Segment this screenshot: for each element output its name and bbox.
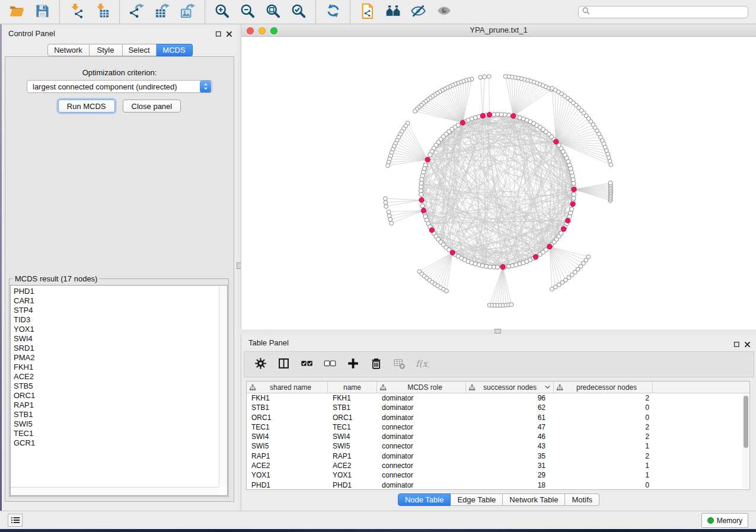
mcds-result-item[interactable]: SWI5 bbox=[11, 419, 219, 429]
export-table-button[interactable] bbox=[149, 0, 175, 24]
import-network-button[interactable] bbox=[64, 0, 90, 24]
table-vscrollbar[interactable] bbox=[742, 394, 749, 489]
graph-node[interactable] bbox=[479, 75, 483, 79]
float-panel-icon[interactable] bbox=[215, 29, 222, 40]
table-row[interactable]: ACE2ACE2connector311 bbox=[247, 461, 749, 470]
table-cell[interactable]: 35 bbox=[466, 451, 554, 461]
graph-hub-node[interactable] bbox=[570, 201, 575, 206]
table-cell[interactable]: 2 bbox=[554, 432, 653, 441]
refresh-network-button[interactable] bbox=[320, 0, 346, 24]
table-cell[interactable]: 2 bbox=[554, 393, 653, 403]
table-vscrollbar-thumb[interactable] bbox=[744, 396, 748, 448]
table-cell[interactable]: 18 bbox=[466, 480, 554, 490]
horizontal-splitter-grip[interactable] bbox=[495, 329, 501, 334]
mcds-result-item[interactable]: ORC1 bbox=[11, 391, 219, 400]
tab-style[interactable]: Style bbox=[90, 44, 123, 56]
add-row-button[interactable] bbox=[346, 358, 359, 371]
table-cell[interactable]: 61 bbox=[466, 413, 554, 422]
import-table-button[interactable] bbox=[90, 0, 115, 24]
table-cell[interactable]: dominator bbox=[377, 451, 466, 461]
hide-graphics-details-button[interactable] bbox=[406, 0, 431, 24]
table-cell[interactable]: STB1 bbox=[247, 403, 328, 412]
tab-node-table[interactable]: Node Table bbox=[398, 493, 451, 506]
network-window-titlebar[interactable]: YPA_prune.txt_1 bbox=[241, 24, 756, 37]
table-cell[interactable]: SWI5 bbox=[328, 441, 377, 451]
graph-node[interactable] bbox=[428, 153, 432, 157]
save-session-button[interactable] bbox=[30, 0, 55, 24]
tab-motifs[interactable]: Motifs bbox=[565, 493, 599, 506]
table-cell[interactable]: dominator bbox=[377, 432, 466, 441]
table-cell[interactable]: 0 bbox=[554, 480, 653, 490]
column-header-MCDS-role[interactable]: MCDS role bbox=[377, 382, 466, 393]
table-cell[interactable]: RAP1 bbox=[328, 451, 377, 461]
close-table-panel-icon[interactable] bbox=[744, 339, 751, 350]
tab-network[interactable]: Network bbox=[47, 44, 90, 56]
graph-hub-node[interactable] bbox=[429, 227, 434, 232]
table-cell[interactable]: connector bbox=[377, 470, 466, 480]
table-cell[interactable]: FKH1 bbox=[247, 393, 328, 403]
table-cell[interactable]: TEC1 bbox=[247, 422, 328, 432]
table-cell[interactable]: 31 bbox=[466, 461, 554, 470]
graph-hub-node[interactable] bbox=[425, 157, 430, 162]
window-zoom-button[interactable] bbox=[270, 27, 277, 34]
table-cell[interactable]: 2 bbox=[554, 451, 653, 461]
tab-network-table[interactable]: Network Table bbox=[503, 493, 565, 506]
zoom-selected-button[interactable] bbox=[286, 0, 311, 24]
search-input[interactable] bbox=[593, 8, 745, 17]
graph-node[interactable] bbox=[559, 231, 563, 235]
graph-node[interactable] bbox=[387, 210, 391, 214]
tab-edge-table[interactable]: Edge Table bbox=[451, 493, 503, 506]
table-row[interactable]: SWI5SWI5connector431 bbox=[247, 441, 749, 451]
graph-node[interactable] bbox=[495, 265, 499, 269]
mcds-result-item[interactable]: PMA2 bbox=[11, 353, 219, 363]
table-row[interactable]: YOX1YOX1connector291 bbox=[247, 470, 749, 480]
table-cell[interactable]: FKH1 bbox=[328, 393, 377, 403]
settings-button[interactable] bbox=[254, 358, 267, 371]
table-cell[interactable]: STB1 bbox=[328, 403, 377, 412]
mcds-result-item[interactable]: STP4 bbox=[11, 306, 219, 315]
table-row[interactable]: PHD1PHD1dominator180 bbox=[247, 480, 749, 490]
table-cell[interactable]: 0 bbox=[554, 413, 653, 422]
graph-node[interactable] bbox=[550, 86, 554, 91]
mcds-result-item[interactable]: RAP1 bbox=[11, 400, 219, 410]
window-minimize-button[interactable] bbox=[259, 27, 266, 34]
graph-node[interactable] bbox=[503, 75, 508, 79]
mcds-result-item[interactable]: ACE2 bbox=[11, 372, 219, 382]
column-header-predecessor-nodes[interactable]: predecessor nodes bbox=[554, 382, 653, 393]
graph-hub-node[interactable] bbox=[566, 218, 570, 223]
table-cell[interactable]: 46 bbox=[466, 432, 554, 441]
table-cell[interactable]: PHD1 bbox=[328, 480, 377, 490]
table-cell[interactable]: SWI4 bbox=[247, 432, 328, 441]
zoom-in-button[interactable] bbox=[209, 0, 235, 24]
mcds-result-item[interactable]: TID3 bbox=[11, 315, 219, 325]
search-network-button[interactable] bbox=[380, 0, 406, 24]
graph-hub-node[interactable] bbox=[547, 244, 552, 249]
deselect-all-button[interactable] bbox=[323, 358, 336, 371]
table-row[interactable]: RAP1RAP1dominator352 bbox=[247, 451, 749, 461]
mcds-result-item[interactable]: TEC1 bbox=[11, 429, 219, 438]
graph-hub-node[interactable] bbox=[572, 187, 576, 192]
mcds-result-item[interactable]: SWI4 bbox=[11, 334, 219, 344]
table-cell[interactable]: 62 bbox=[466, 403, 554, 412]
float-table-panel-icon[interactable] bbox=[733, 339, 740, 350]
graph-hub-node[interactable] bbox=[500, 265, 505, 270]
graph-node[interactable] bbox=[386, 164, 390, 168]
graph-hub-node[interactable] bbox=[421, 208, 426, 213]
table-cell[interactable]: 1 bbox=[554, 470, 653, 480]
column-header-successor-nodes[interactable]: successor nodes bbox=[466, 382, 554, 393]
table-cell[interactable]: connector bbox=[377, 422, 466, 432]
graph-hub-node[interactable] bbox=[450, 250, 455, 255]
table-cell[interactable]: dominator bbox=[377, 403, 466, 412]
window-close-button[interactable] bbox=[247, 27, 254, 34]
graph-node[interactable] bbox=[445, 289, 449, 293]
mcds-result-item[interactable]: PHD1 bbox=[11, 287, 219, 296]
table-cell[interactable]: 47 bbox=[466, 422, 554, 432]
table-row[interactable]: TEC1TEC1connector472 bbox=[247, 422, 749, 432]
memory-button[interactable]: Memory bbox=[701, 513, 748, 528]
graph-node[interactable] bbox=[570, 207, 574, 211]
graph-hub-node[interactable] bbox=[562, 226, 566, 231]
graph-node[interactable] bbox=[388, 217, 393, 222]
table-row[interactable]: SWI4SWI4dominator462 bbox=[247, 432, 749, 441]
show-panels-button[interactable] bbox=[8, 514, 23, 527]
table-cell[interactable]: 1 bbox=[554, 461, 653, 470]
